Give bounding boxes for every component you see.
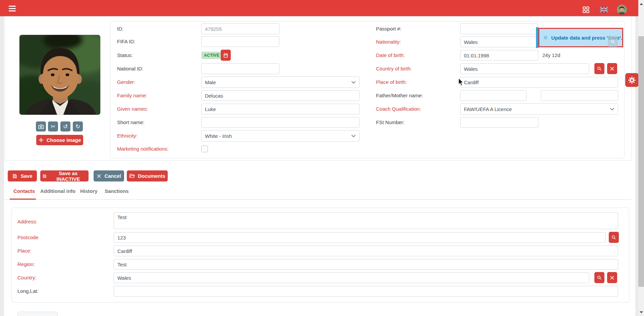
gender-select[interactable]: Male <box>201 76 360 88</box>
save-as-inactive-label: Save as INACTIVE <box>50 170 87 182</box>
national-id-field[interactable] <box>201 63 279 74</box>
status-label: Status: <box>117 52 133 59</box>
gender-label: Gender: <box>117 78 135 86</box>
nationality-search-icon[interactable] <box>608 36 618 47</box>
longlat-field[interactable] <box>114 286 618 297</box>
ethnicity-select[interactable]: White - Irish <box>201 130 360 142</box>
family-name-field[interactable] <box>201 90 360 101</box>
tab-sanctions[interactable]: Sanctions <box>105 188 129 198</box>
country-search-icon[interactable] <box>594 272 604 283</box>
info-circle-icon <box>544 33 547 42</box>
active-tab-underline <box>10 199 36 200</box>
save-as-inactive-button[interactable]: Save as INACTIVE <box>40 170 89 181</box>
country-of-birth-search-icon[interactable] <box>594 63 604 74</box>
longlat-label: Long,Lat: <box>17 287 39 295</box>
uk-flag-icon[interactable] <box>600 7 608 14</box>
choose-image-button[interactable]: Choose image <box>36 135 83 145</box>
camera-icon[interactable] <box>36 121 46 131</box>
fsi-number-label: FSI Number: <box>376 119 405 126</box>
chevron-down-icon <box>610 108 614 111</box>
postcode-search-icon[interactable] <box>609 232 619 243</box>
place-label: Place: <box>17 247 32 255</box>
region-label: Region: <box>17 261 35 268</box>
address-field[interactable] <box>114 212 618 229</box>
father-mother-label: Father/Mother name: <box>376 92 423 99</box>
status-calendar-button[interactable] <box>221 50 231 61</box>
cancel-label: Cancel <box>104 173 121 179</box>
place-field[interactable] <box>114 246 618 256</box>
postcode-label: Postcode <box>17 234 39 241</box>
fifa-id-label: FIFA ID: <box>117 38 135 45</box>
country-of-birth-label: Country of birth: <box>376 65 412 72</box>
nationality-field[interactable] <box>460 37 538 47</box>
rotate-left-icon[interactable]: ↺ <box>60 121 70 131</box>
address-label: Address: <box>17 218 37 225</box>
marketing-notifications-checkbox[interactable] <box>201 146 208 152</box>
x-icon <box>97 174 101 178</box>
coach-qualification-select[interactable]: FAW/UEFA A Licence <box>460 103 618 115</box>
father-name-field[interactable] <box>460 90 527 101</box>
place-of-birth-field[interactable] <box>460 77 618 88</box>
fifa-id-field[interactable] <box>201 36 279 47</box>
passport-field[interactable] <box>460 23 538 34</box>
chevron-down-icon <box>351 81 356 84</box>
nationality-label: Nationality: <box>376 38 401 46</box>
country-clear-icon[interactable] <box>607 272 617 283</box>
ethnicity-value: White - Irish <box>205 133 232 139</box>
app-root: ✂ ↺ ↻ Choose image ID: FIFA ID: Status: … <box>0 0 644 316</box>
gender-value: Male <box>205 80 216 85</box>
scrollbar-up-arrow[interactable] <box>638 2 644 6</box>
cancel-button[interactable]: Cancel <box>94 170 124 181</box>
country-of-birth-clear-icon[interactable] <box>607 63 617 74</box>
vertical-scrollbar-thumb[interactable] <box>638 36 644 287</box>
user-avatar[interactable] <box>617 5 627 15</box>
country-field[interactable] <box>114 272 589 283</box>
documents-button[interactable]: Documents <box>127 170 168 181</box>
chevron-down-icon <box>351 135 356 138</box>
family-name-label: Family name: <box>117 92 147 99</box>
national-id-label: National ID: <box>117 65 143 72</box>
choose-image-label: Choose image <box>47 137 81 143</box>
settings-gear-icon[interactable] <box>625 73 639 87</box>
id-field[interactable] <box>201 23 279 34</box>
country-label: Country: <box>17 274 37 281</box>
scissors-crop-icon[interactable]: ✂ <box>48 121 58 131</box>
coach-qualification-value: FAW/UEFA A Licence <box>464 106 512 112</box>
folder-open-icon <box>129 173 135 179</box>
save-button[interactable]: Save <box>8 170 37 181</box>
tabs-divider <box>5 199 631 200</box>
fsi-number-field[interactable] <box>460 117 538 128</box>
status-badge: ACTIVE <box>201 52 222 59</box>
partial-bottom-button[interactable] <box>17 312 58 316</box>
short-name-label: Short name: <box>117 119 145 126</box>
hamburger-menu-icon[interactable] <box>9 6 16 11</box>
app-header <box>0 0 638 16</box>
floppy-icon <box>12 173 17 179</box>
tab-additional-info[interactable]: Additional info <box>40 188 75 198</box>
age-text: 24y 12d <box>542 52 560 59</box>
region-field[interactable] <box>114 259 618 270</box>
person-photo <box>19 35 101 115</box>
documents-label: Documents <box>138 173 165 179</box>
floppy-icon <box>42 173 47 179</box>
tab-contacts[interactable]: Contacts <box>13 188 35 198</box>
date-of-birth-field[interactable] <box>460 50 538 61</box>
ethnicity-label: Ethnicity: <box>117 132 138 140</box>
country-of-birth-field[interactable] <box>460 63 589 74</box>
save-label: Save <box>20 173 32 179</box>
short-name-field[interactable] <box>201 117 360 128</box>
given-names-label: Given names: <box>117 105 148 113</box>
given-names-field[interactable] <box>201 104 360 114</box>
scrollbar-down-arrow[interactable] <box>638 310 644 315</box>
rotate-right-icon[interactable]: ↻ <box>73 121 83 131</box>
tooltip-accent-bar <box>536 27 538 48</box>
passport-label: Passport #: <box>376 25 401 33</box>
grid-apps-icon[interactable] <box>583 6 589 14</box>
tab-history[interactable]: History <box>80 188 98 198</box>
id-label: ID: <box>117 25 123 33</box>
mouse-cursor <box>458 78 465 88</box>
postcode-field[interactable] <box>114 232 606 243</box>
mother-name-field[interactable] <box>541 90 618 101</box>
marketing-notifications-label: Marketing notifications: <box>117 145 168 153</box>
date-of-birth-label: Date of birth: <box>376 52 405 59</box>
